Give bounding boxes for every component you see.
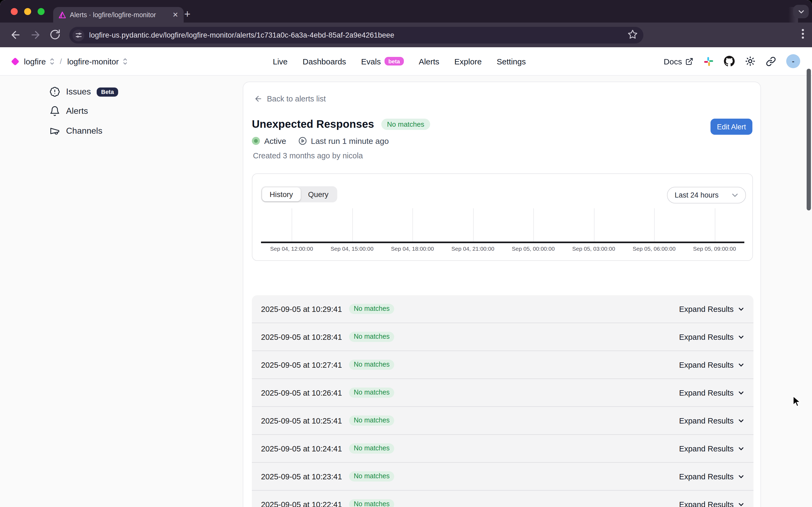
chevron-down-icon (738, 389, 744, 396)
project-switcher[interactable]: logfire-monitor (67, 57, 119, 66)
share-link-icon[interactable] (766, 56, 776, 66)
chevron-down-icon (738, 334, 744, 340)
run-timestamp: 2025-09-05 at 10:29:41 (261, 304, 342, 313)
gridline (352, 208, 353, 241)
back-icon[interactable] (10, 29, 21, 41)
gridline (533, 208, 534, 241)
minimize-window-button[interactable] (24, 8, 31, 15)
back-to-alerts-link[interactable]: Back to alerts list (254, 95, 326, 103)
run-status-badge: No matches (349, 443, 394, 454)
nav-item-settings[interactable]: Settings (497, 57, 526, 66)
expand-results-button[interactable]: Expand Results (679, 472, 744, 481)
sidebar-item-channels[interactable]: Channels (49, 124, 102, 137)
app-nav: Live Dashboards Evalsbeta Alerts Explore… (273, 47, 526, 75)
org-switcher-chevrons-icon[interactable] (50, 58, 55, 65)
chevron-down-icon (738, 306, 744, 312)
run-status-badge: No matches (349, 471, 394, 482)
active-status-label: Active (264, 136, 286, 146)
run-status-badge: No matches (349, 415, 394, 426)
close-window-button[interactable] (11, 8, 18, 15)
org-switcher[interactable]: logfire (24, 57, 46, 66)
browser-tab[interactable]: Alerts · logfire/logfire-monitor ✕ (53, 7, 184, 22)
run-timestamp: 2025-09-05 at 10:23:41 (261, 472, 342, 481)
run-timestamp: 2025-09-05 at 10:28:41 (261, 333, 342, 341)
expand-results-button[interactable]: Expand Results (679, 444, 744, 453)
browser-window: Alerts · logfire/logfire-monitor ✕ + log… (0, 0, 812, 507)
run-status-badge: No matches (349, 499, 394, 507)
run-row: 2025-09-05 at 10:23:41 No matches Expand… (252, 462, 753, 490)
run-status-badge: No matches (349, 360, 394, 370)
app-topbar: logfire / logfire-monitor Live Dashboard… (0, 47, 812, 76)
x-tick-label: Sep 05, 06:00:00 (633, 245, 675, 252)
arrow-left-icon (254, 95, 263, 103)
tab-close-icon[interactable]: ✕ (172, 11, 178, 18)
run-timestamp: 2025-09-05 at 10:26:41 (261, 388, 342, 397)
nav-item-alerts[interactable]: Alerts (419, 57, 439, 66)
gridline (714, 208, 715, 241)
run-row: 2025-09-05 at 10:24:41 No matches Expand… (252, 434, 753, 462)
sidebar-item-alerts[interactable]: Alerts (49, 105, 88, 118)
run-row: 2025-09-05 at 10:26:41 No matches Expand… (252, 379, 753, 406)
gridline (654, 208, 655, 241)
github-icon[interactable] (724, 56, 735, 67)
x-tick-label: Sep 04, 15:00:00 (331, 245, 374, 252)
history-query-tabs: History Query (261, 186, 337, 203)
run-status-badge: No matches (349, 332, 394, 342)
forward-icon[interactable] (30, 29, 41, 41)
run-row: 2025-09-05 at 10:29:41 No matches Expand… (252, 295, 753, 323)
tab-search-button[interactable] (793, 5, 809, 18)
breadcrumb-separator: / (60, 57, 62, 65)
run-status-badge: No matches (349, 304, 394, 314)
run-row: 2025-09-05 at 10:22:41 No matches Expand… (252, 490, 753, 507)
site-settings-icon[interactable] (72, 29, 84, 41)
title-status-badge: No matches (381, 119, 430, 130)
docs-link[interactable]: Docs (664, 57, 693, 66)
expand-results-button[interactable]: Expand Results (679, 416, 744, 425)
user-avatar[interactable]: - (786, 54, 800, 68)
alert-detail-panel: Back to alerts list Unexpected Responses… (243, 81, 761, 507)
x-tick-label: Sep 05, 09:00:00 (693, 245, 736, 252)
nav-item-dashboards[interactable]: Dashboards (303, 57, 346, 66)
sidebar-item-issues[interactable]: Issues Beta (49, 86, 118, 98)
chevron-down-icon (738, 417, 744, 424)
window-controls (11, 8, 45, 15)
tab-history[interactable]: History (262, 187, 301, 201)
nav-item-live[interactable]: Live (273, 57, 287, 66)
new-tab-button[interactable]: + (184, 9, 191, 19)
expand-results-button[interactable]: Expand Results (679, 500, 744, 507)
theme-sun-icon[interactable] (745, 56, 756, 67)
play-circle-icon (298, 136, 307, 146)
breadcrumb: logfire / logfire-monitor (11, 47, 127, 75)
gridline (594, 208, 594, 241)
nav-item-evals[interactable]: Evalsbeta (361, 57, 404, 66)
slack-icon[interactable] (704, 56, 714, 66)
history-chart-card: History Query Last 24 hours Sep 04, 12:0… (252, 173, 753, 261)
expand-results-button[interactable]: Expand Results (679, 388, 744, 397)
project-switcher-chevrons-icon[interactable] (123, 58, 127, 65)
expand-results-button[interactable]: Expand Results (679, 333, 744, 341)
run-row: 2025-09-05 at 10:28:41 No matches Expand… (252, 323, 753, 350)
gridline (473, 208, 473, 241)
reload-icon[interactable] (49, 29, 61, 40)
evals-beta-badge: beta (384, 57, 403, 66)
page-scrollbar-thumb[interactable] (807, 69, 811, 211)
edit-alert-button[interactable]: Edit Alert (710, 119, 752, 135)
issues-beta-badge: Beta (97, 87, 118, 96)
time-range-select[interactable]: Last 24 hours (667, 187, 746, 204)
runs-list: 2025-09-05 at 10:29:41 No matches Expand… (252, 295, 753, 507)
run-row: 2025-09-05 at 10:27:41 No matches Expand… (252, 350, 753, 379)
active-status-icon (252, 137, 260, 145)
browser-tab-strip: Alerts · logfire/logfire-monitor ✕ + (0, 0, 812, 22)
browser-menu-icon[interactable] (798, 28, 808, 40)
bell-icon (49, 106, 60, 116)
chevron-down-icon (732, 192, 739, 199)
tab-query[interactable]: Query (301, 187, 336, 201)
bookmark-star-icon[interactable] (627, 29, 638, 40)
zoom-window-button[interactable] (38, 8, 45, 15)
run-timestamp: 2025-09-05 at 10:24:41 (261, 444, 342, 453)
address-bar[interactable]: logfire-us.pydantic.dev/logfire/logfire-… (69, 27, 643, 44)
expand-results-button[interactable]: Expand Results (679, 360, 744, 369)
expand-results-button[interactable]: Expand Results (679, 304, 744, 313)
run-status-badge: No matches (349, 388, 394, 398)
nav-item-explore[interactable]: Explore (454, 57, 482, 66)
